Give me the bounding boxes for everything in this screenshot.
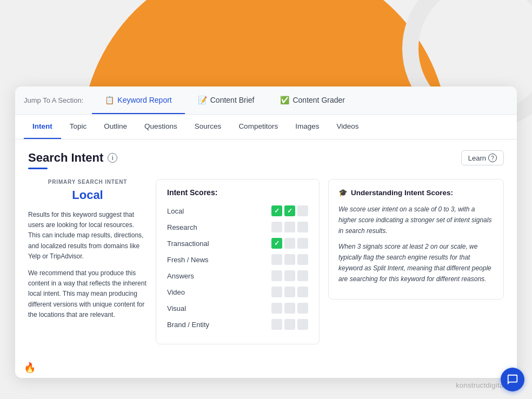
dot-empty	[284, 270, 295, 281]
score-row: Video	[167, 287, 308, 297]
columns-container: PRIMARY SEARCH INTENT Local Results for …	[28, 179, 504, 344]
score-dots	[271, 222, 308, 232]
score-label: Fresh / News	[167, 256, 227, 264]
jump-to-label: Jump To A Section:	[24, 96, 83, 104]
dot-empty	[297, 303, 308, 314]
dot-empty	[297, 238, 308, 249]
dot-empty	[271, 287, 282, 297]
dot-empty	[284, 222, 295, 232]
dot-empty	[297, 254, 308, 265]
dot-empty	[284, 303, 295, 314]
primary-intent-label: PRIMARY SEARCH INTENT	[28, 179, 147, 185]
score-dots	[271, 254, 308, 265]
intent-title: Search Intent i	[28, 151, 117, 165]
tab-topic[interactable]: Topic	[61, 115, 96, 139]
understanding-paragraph-1: We score user intent on a scale of 0 to …	[338, 204, 494, 236]
tab-questions[interactable]: Questions	[136, 115, 186, 139]
dot-filled	[271, 238, 282, 249]
main-card: Jump To A Section: 📋 Keyword Report 📝 Co…	[15, 87, 517, 378]
content-grader-icon: ✅	[280, 96, 289, 104]
dot-empty	[297, 270, 308, 281]
secondary-tabs: Intent Topic Outline Questions Sources C…	[15, 115, 517, 139]
keyword-report-icon: 📋	[105, 96, 114, 104]
score-row: Visual	[167, 303, 308, 314]
understanding-panel: 🎓 Understanding Intent Scores: We score …	[328, 179, 504, 300]
score-dots	[271, 238, 308, 249]
intent-description-1: Results for this keyword suggest that us…	[28, 210, 147, 262]
score-dots	[271, 205, 308, 216]
score-label: Transactional	[167, 240, 227, 248]
tab-sources[interactable]: Sources	[186, 115, 230, 139]
dot-empty	[297, 205, 308, 216]
score-label: Video	[167, 288, 227, 296]
fire-icon: 🔥	[24, 362, 36, 374]
local-intent-value: Local	[28, 188, 147, 202]
dot-empty	[284, 238, 295, 249]
score-row: Brand / Entity	[167, 319, 308, 330]
dot-empty	[297, 287, 308, 297]
dot-filled	[284, 205, 295, 216]
score-label: Research	[167, 223, 227, 231]
dot-empty	[271, 254, 282, 265]
learn-circle-icon: ?	[488, 154, 497, 162]
score-row: Transactional	[167, 238, 308, 249]
score-label: Answers	[167, 272, 227, 280]
chat-icon	[507, 374, 518, 385]
underline-accent	[28, 168, 48, 169]
dot-empty	[284, 287, 295, 297]
score-row: Answers	[167, 270, 308, 281]
graduation-icon: 🎓	[338, 188, 348, 197]
intent-description-2: We recommend that you produce this conte…	[28, 268, 147, 320]
tab-intent[interactable]: Intent	[24, 115, 61, 139]
dot-empty	[297, 222, 308, 232]
dot-empty	[284, 254, 295, 265]
score-row: Research	[167, 222, 308, 232]
score-label: Visual	[167, 304, 227, 312]
score-dots	[271, 303, 308, 314]
dot-empty	[297, 319, 308, 330]
learn-button[interactable]: Learn ?	[461, 150, 504, 165]
content-area: Search Intent i Learn ? PRIMARY SEARCH I…	[15, 139, 517, 357]
score-label: Brand / Entity	[167, 321, 227, 329]
scores-title: Intent Scores:	[167, 188, 308, 197]
top-navigation: Jump To A Section: 📋 Keyword Report 📝 Co…	[15, 87, 517, 115]
left-column: PRIMARY SEARCH INTENT Local Results for …	[28, 179, 147, 327]
dot-empty	[284, 319, 295, 330]
score-dots	[271, 287, 308, 297]
tab-keyword-report[interactable]: 📋 Keyword Report	[92, 87, 184, 114]
tab-content-grader[interactable]: ✅ Content Grader	[267, 87, 358, 114]
dot-filled	[271, 205, 282, 216]
score-row: Local	[167, 205, 308, 216]
score-dots	[271, 270, 308, 281]
dot-empty	[271, 222, 282, 232]
intent-header: Search Intent i Learn ?	[28, 150, 504, 165]
dot-empty	[271, 303, 282, 314]
score-rows: LocalResearchTransactionalFresh / NewsAn…	[167, 205, 308, 330]
score-label: Local	[167, 207, 227, 215]
intent-scores-panel: Intent Scores: LocalResearchTransactiona…	[156, 179, 320, 344]
understanding-paragraph-2: When 3 signals score at least 2 on our s…	[338, 242, 494, 284]
tab-content-brief[interactable]: 📝 Content Brief	[185, 87, 268, 114]
score-dots	[271, 319, 308, 330]
chat-button[interactable]	[501, 368, 524, 391]
understanding-title: 🎓 Understanding Intent Scores:	[338, 188, 494, 197]
tab-outline[interactable]: Outline	[95, 115, 136, 139]
score-row: Fresh / News	[167, 254, 308, 265]
dot-empty	[271, 319, 282, 330]
tab-competitors[interactable]: Competitors	[230, 115, 287, 139]
tab-videos[interactable]: Videos	[328, 115, 367, 139]
tab-images[interactable]: Images	[287, 115, 328, 139]
content-brief-icon: 📝	[198, 96, 207, 104]
dot-empty	[271, 270, 282, 281]
info-icon[interactable]: i	[108, 153, 117, 163]
